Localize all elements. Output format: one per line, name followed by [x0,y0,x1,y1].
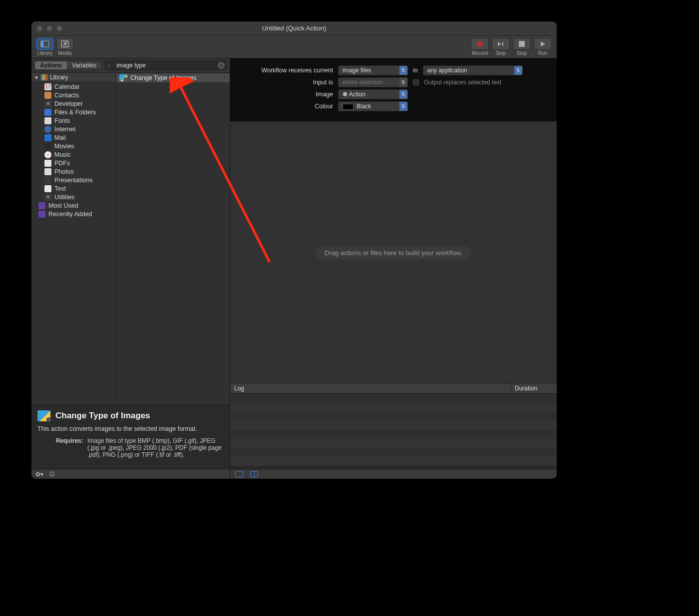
log-body[interactable] [230,394,557,469]
search-icon: ⌕ [107,62,111,69]
step-label: Step [496,50,506,56]
category-mail[interactable]: Mail [31,133,116,142]
contacts-icon [44,92,51,99]
log-row [230,412,557,421]
library-label: Library [37,50,53,56]
category-text[interactable]: Text [31,184,116,193]
presentations-icon [44,177,51,184]
developer-icon: ✕ [44,100,51,107]
clear-search-icon[interactable]: ✕ [218,62,225,69]
canvas-empty-hint: Drag actions or files here to build your… [316,246,471,260]
run-label: Run [538,50,547,56]
view-columns-icon[interactable] [250,471,258,477]
smartfolder-icon [38,202,45,209]
gear-menu-icon[interactable]: ✿▾ [35,471,43,478]
category-internet[interactable]: Internet [31,125,116,133]
param-image-label: Image [238,91,333,98]
library-tree[interactable]: ▼ Library 17Calendar Contacts ✕Developer… [31,73,116,405]
chevron-updown-icon: ⇅ [399,78,407,87]
param-input-select: entire selection ⇅ [338,77,408,87]
category-presentations[interactable]: Presentations [31,176,116,184]
record-label: Record [472,50,488,56]
category-utilities[interactable]: ✕Utilities [31,193,116,201]
movies-icon [44,143,51,150]
music-icon: ♪ [44,151,51,158]
category-music[interactable]: ♪Music [31,150,116,159]
output-replaces-label: Output replaces selected text [424,79,501,86]
log-col-duration[interactable]: Duration [511,383,557,393]
sidebar-status-bar: ✿▾ ☑ [31,469,230,479]
run-button[interactable] [534,38,552,50]
search-field[interactable]: ⌕ ✕ [105,60,227,70]
stop-button[interactable] [513,38,531,50]
chevron-updown-icon: ⇅ [399,102,407,111]
param-colour-label: Colour [238,103,333,110]
chevron-updown-icon: ⇅ [399,90,407,99]
media-label: Media [58,50,71,56]
sidebar: Actions Variables ⌕ ✕ ▼ Library [31,58,230,479]
right-status-bar [230,469,557,479]
category-photos[interactable]: Photos [31,167,116,176]
view-list-icon[interactable] [235,471,243,477]
param-image-select[interactable]: ✽ Action ⇅ [338,89,408,99]
output-replaces-checkbox [413,79,419,85]
workflow-params: Workflow receives current image files ⇅ … [230,58,557,122]
stop-label: Stop [517,50,527,56]
category-movies[interactable]: Movies [31,142,116,150]
svg-rect-3 [519,41,525,47]
log-row [230,448,557,457]
window-title: Untitled (Quick Action) [31,24,557,32]
meta-recently-added[interactable]: Recently Added [31,210,116,218]
svg-rect-2 [61,41,68,47]
inbox-icon[interactable]: ☑ [49,471,55,478]
chevron-updown-icon: ⇅ [514,66,522,75]
automator-window: Untitled (Quick Action) Library Media Re… [31,21,557,479]
log-row [230,457,557,466]
chevron-updown-icon: ⇅ [399,66,407,75]
param-app-select[interactable]: any application ⇅ [423,65,523,75]
calendar-icon: 17 [44,83,51,90]
black-swatch-icon [343,104,353,110]
mail-icon [44,134,51,141]
meta-most-used[interactable]: Most Used [31,201,116,210]
param-receives-label: Workflow receives current [238,67,333,74]
log-row [230,394,557,403]
media-button[interactable] [56,38,73,50]
record-button[interactable] [471,38,489,50]
workflow-canvas[interactable]: Drag actions or files here to build your… [230,122,557,383]
step-button[interactable] [492,38,510,50]
param-colour-select[interactable]: Black ⇅ [338,101,408,111]
results-list[interactable]: Change Type of Images [116,73,230,405]
library-header[interactable]: ▼ Library [31,73,116,82]
fonts-icon [44,117,51,124]
category-contacts[interactable]: Contacts [31,91,116,99]
image-action-icon [119,74,127,81]
log-row [230,403,557,412]
internet-icon [44,126,51,133]
category-files-folders[interactable]: Files & Folders [31,108,116,116]
category-developer[interactable]: ✕Developer [31,99,116,108]
photos-icon [44,168,51,175]
info-requires-text: Image files of type BMP (.bmp), GIF (.gi… [87,437,224,458]
log-col-log[interactable]: Log [230,383,511,393]
log-row [230,430,557,439]
category-fonts[interactable]: Fonts [31,116,116,125]
param-input-label: Input is [238,79,333,86]
result-label: Change Type of Images [130,74,197,81]
svg-rect-1 [41,41,43,47]
disclosure-triangle-icon[interactable]: ▼ [34,75,39,80]
word-in: in [413,67,418,74]
result-change-type-of-images[interactable]: Change Type of Images [116,73,230,83]
param-receives-select[interactable]: image files ⇅ [338,65,408,75]
sidebar-tabs[interactable]: Actions Variables [34,61,102,70]
category-pdfs[interactable]: PDFs [31,159,116,167]
category-calendar[interactable]: 17Calendar [31,82,116,91]
log-row [230,421,557,430]
folder-icon [44,109,51,116]
log-header: Log Duration [230,383,557,394]
tab-actions[interactable]: Actions [35,61,67,69]
search-input[interactable] [105,60,227,70]
tab-variables[interactable]: Variables [67,61,101,69]
record-icon [477,41,483,47]
library-button[interactable] [36,38,53,50]
